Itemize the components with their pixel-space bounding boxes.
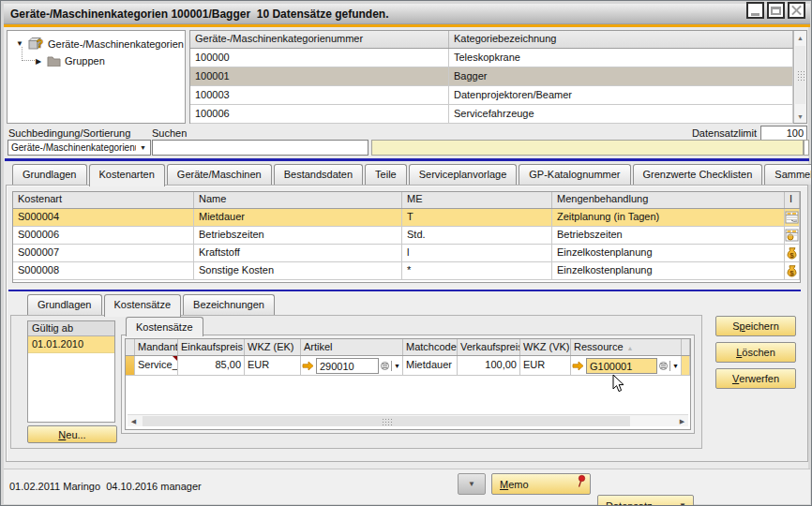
column-header[interactable]: ME bbox=[402, 192, 552, 208]
cell-handling[interactable]: Zeitplanung (in Tagen) bbox=[552, 209, 785, 226]
cell-sales-price[interactable]: 100,00 bbox=[458, 356, 520, 375]
column-header[interactable]: WKZ (VK) bbox=[520, 339, 571, 355]
expand-icon[interactable]: ▶ bbox=[34, 57, 43, 66]
vertical-scrollbar[interactable]: ▲ ▼ bbox=[793, 31, 806, 123]
column-header[interactable]: Geräte-/Maschinenkategorienummer bbox=[190, 31, 449, 48]
column-header[interactable]: Matchcode bbox=[403, 339, 458, 355]
cell-unit[interactable]: * bbox=[402, 262, 552, 279]
column-header[interactable]: Einkaufspreis bbox=[178, 339, 245, 355]
tree-root-label[interactable]: Geräte-/Maschinenkategorien bbox=[48, 38, 184, 50]
cell-currency-ek[interactable]: EUR bbox=[245, 356, 301, 375]
tree-child-label[interactable]: Gruppen bbox=[65, 55, 105, 67]
row-selector[interactable] bbox=[126, 356, 135, 375]
scroll-right-icon[interactable]: ▶ bbox=[676, 415, 688, 427]
table-row-selected[interactable]: 100001 Bagger bbox=[190, 67, 793, 86]
maximize-button[interactable] bbox=[767, 2, 785, 19]
cell-unit[interactable]: Std. bbox=[402, 227, 552, 244]
cell-name[interactable]: Kraftstoff bbox=[194, 245, 402, 261]
minimize-button[interactable] bbox=[746, 2, 764, 19]
cell-id[interactable]: S000006 bbox=[13, 227, 194, 244]
scroll-up-icon[interactable]: ▲ bbox=[794, 31, 806, 44]
search-result-field[interactable] bbox=[371, 140, 804, 156]
cell-currency-vk[interactable]: EUR bbox=[520, 356, 571, 375]
cell-name[interactable]: Sonstige Kosten bbox=[194, 262, 402, 279]
column-header[interactable]: Verkaufspreis bbox=[458, 339, 520, 355]
tab-gp-katalognummer[interactable]: GP-Katalognummer bbox=[519, 164, 630, 185]
cell-mandant[interactable]: Service_ bbox=[135, 356, 178, 375]
tab-geraete-maschinen[interactable]: Geräte/Maschinen bbox=[167, 164, 272, 185]
column-header[interactable]: Kategoriebezeichnung bbox=[449, 31, 793, 48]
record-limit-input[interactable]: 100 bbox=[760, 126, 807, 141]
rates-row[interactable]: Service_ 85,00 EUR 290010 ▼ Mietdauer 10… bbox=[126, 356, 690, 376]
cell-number[interactable]: 100003 bbox=[190, 86, 449, 104]
title-bar[interactable]: Geräte-/Maschinenkategorien 100001/Bagge… bbox=[4, 4, 810, 24]
column-header[interactable]: Mengenbehandlung bbox=[552, 192, 785, 208]
cost-row[interactable]: S000007 Kraftstoff l Einzelkostenplanung… bbox=[13, 245, 800, 262]
cost-row[interactable]: S000008 Sonstige Kosten * Einzelkostenpl… bbox=[13, 262, 800, 280]
search-input[interactable] bbox=[152, 140, 368, 156]
chevron-down-icon[interactable]: ▼ bbox=[394, 363, 400, 369]
datensatz-button[interactable]: Datensatz ▼ bbox=[597, 495, 694, 506]
ressource-input[interactable]: G100001 bbox=[586, 358, 657, 374]
cell-name[interactable]: Teleskopkrane bbox=[449, 49, 793, 67]
cell-purchase-price[interactable]: 85,00 bbox=[178, 356, 245, 375]
tab-kostenarten[interactable]: Kostenarten bbox=[89, 164, 165, 186]
horizontal-scrollbar[interactable]: ◀ ▶ bbox=[128, 414, 688, 426]
tab-grundlagen[interactable]: Grundlagen bbox=[12, 164, 87, 185]
tab-sammelmappe[interactable]: Sammelmappe bbox=[764, 164, 812, 185]
table-row[interactable]: 100000 Teleskopkrane bbox=[190, 49, 793, 67]
search-condition-select[interactable]: Geräte-/Maschinenkategorienummer ▼ bbox=[8, 140, 151, 156]
tab-bezeichnungen[interactable]: Bezeichnungen bbox=[183, 294, 275, 315]
tab-bestandsdaten[interactable]: Bestandsdaten bbox=[274, 164, 363, 185]
cell-handling[interactable]: Einzelkostenplanung bbox=[552, 245, 785, 261]
cost-row-selected[interactable]: S000004 Mietdauer T Zeitplanung (in Tage… bbox=[13, 209, 800, 227]
link-arrow-icon[interactable] bbox=[302, 361, 314, 371]
tree-child-item[interactable]: ▶ Gruppen bbox=[34, 55, 105, 67]
close-button[interactable] bbox=[788, 2, 805, 19]
cell-name[interactable]: Betriebszeiten bbox=[194, 227, 402, 244]
validity-row-selected[interactable]: 01.01.2010 bbox=[28, 336, 114, 353]
cell-number[interactable]: 100001 bbox=[190, 67, 449, 85]
table-row[interactable]: 100003 Datenprojektoren/Beamer bbox=[190, 86, 793, 105]
cell-handling[interactable]: Einzelkostenplanung bbox=[552, 262, 785, 279]
cell-name[interactable]: Servicefahrzeuge bbox=[449, 105, 793, 123]
cost-row[interactable]: S000006 Betriebszeiten Std. Betriebszeit… bbox=[13, 227, 800, 245]
tab-grenzwerte-checklisten[interactable]: Grenzwerte Checklisten bbox=[633, 164, 763, 185]
list-icon[interactable] bbox=[381, 362, 389, 370]
cell-handling[interactable]: Betriebszeiten bbox=[552, 227, 785, 244]
tab-serviceplanvorlage[interactable]: Serviceplanvorlage bbox=[409, 164, 518, 185]
column-header[interactable]: Kostenart bbox=[13, 192, 194, 208]
column-header[interactable]: Mandant bbox=[135, 339, 178, 355]
cell-id[interactable]: S000008 bbox=[13, 262, 194, 279]
chevron-down-icon[interactable]: ▼ bbox=[672, 363, 679, 369]
cell-name[interactable]: Mietdauer bbox=[194, 209, 402, 226]
cell-id[interactable]: S000004 bbox=[13, 209, 194, 226]
scroll-left-icon[interactable]: ◀ bbox=[128, 415, 140, 427]
scrollbar-thumb[interactable] bbox=[795, 46, 805, 104]
delete-button[interactable]: Löschen bbox=[715, 342, 796, 363]
tab-teile[interactable]: Teile bbox=[365, 164, 407, 185]
cell-name[interactable]: Datenprojektoren/Beamer bbox=[449, 86, 793, 104]
table-row[interactable]: 100006 Servicefahrzeuge bbox=[190, 105, 793, 124]
save-button[interactable]: Speichern bbox=[715, 316, 796, 336]
cell-unit[interactable]: T bbox=[402, 209, 552, 226]
new-button[interactable]: Neu... bbox=[27, 425, 117, 443]
list-icon[interactable] bbox=[659, 362, 668, 370]
column-header[interactable]: Name bbox=[194, 192, 402, 208]
link-arrow-icon[interactable] bbox=[572, 361, 584, 371]
cell-name[interactable]: Bagger bbox=[449, 67, 793, 85]
column-header[interactable]: Artikel bbox=[301, 339, 403, 355]
cell-ressource[interactable]: G100001 ▼ bbox=[571, 356, 682, 375]
cell-id[interactable]: S000007 bbox=[13, 245, 194, 261]
navigation-dropdown-button[interactable]: ▼ bbox=[458, 473, 486, 495]
discard-button[interactable]: Verwerfen bbox=[715, 368, 796, 389]
cell-artikel[interactable]: 290010 ▼ bbox=[301, 356, 403, 375]
tab-kostensaetze[interactable]: Kostensätze bbox=[104, 294, 182, 317]
choose-from-list[interactable]: ▼ bbox=[381, 361, 401, 371]
memo-button[interactable]: Memo bbox=[491, 473, 591, 495]
choose-from-list[interactable]: ▼ bbox=[659, 361, 680, 371]
cell-number[interactable]: 100000 bbox=[190, 49, 449, 67]
column-header-sorted[interactable]: Ressource▲ bbox=[571, 339, 682, 355]
tab-kostensaetze-inner[interactable]: Kostensätze bbox=[126, 317, 203, 336]
artikel-input[interactable]: 290010 bbox=[316, 358, 379, 374]
